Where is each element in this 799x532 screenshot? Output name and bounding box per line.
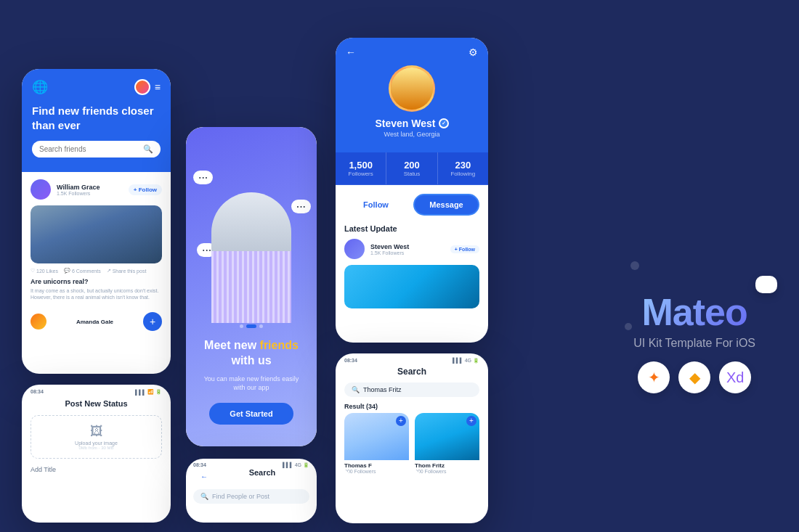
upload-icon: 🖼 [90,424,103,439]
profile-actions: Follow Message [336,185,488,224]
follow-main-button[interactable]: Follow [344,194,407,216]
friend-followers: 1.5K Followers [57,191,123,196]
card6-search-value: Thomas Fritz [363,386,402,393]
status-time: 08:34 [31,389,44,395]
footer-name: Amanda Gale [76,319,113,325]
meet-title: Meet new friends with us [198,338,305,369]
post-question: Are unicorns real? [31,278,162,285]
card5-header: ← ⚙ Steven West ✓ West land, Georgia [336,38,488,152]
footer-avatar [31,314,46,330]
meet-subtitle: You can make new friends easily with our… [198,375,305,393]
status-icons: ▌▌▌ 📶 🔋 [135,389,162,395]
back-icon[interactable]: ← [346,46,356,58]
follow-button[interactable]: + Follow [129,184,162,195]
card1-footer: Amanda Gale + [22,308,171,335]
card3-bg: • • • • • • • • • Meet new friends with … [186,127,317,446]
comments-action[interactable]: 💬6 Comments [64,268,101,274]
tool-icons: ✦ ◆ Xd [633,361,755,393]
result-followers-1: 800 Followers [344,469,409,474]
avatar-person [391,67,433,110]
latest-follow-button[interactable]: + Follow [450,245,479,253]
dot-1 [240,324,243,328]
avatar [134,79,150,95]
deco-dot-2 [625,323,632,330]
latest-title: Latest Update [344,224,479,233]
card-meet-friends: • • • • • • • • • Meet new friends with … [186,127,317,446]
card6-status: 08:34 ▌▌▌ 4G 🔋 [336,353,488,364]
person-silhouette [211,192,291,323]
get-started-button[interactable]: Get Started [209,403,293,425]
card2-title: Post New Status [22,395,171,412]
card6-time: 08:34 [344,358,357,364]
latest-row: Steven West 1.5K Followers + Follow [344,239,479,259]
card-find-friends: 🌐 ≡ Find new friends closer than ever 🔍 … [22,69,171,374]
card1-search-bar[interactable]: 🔍 [32,141,161,157]
post-image [31,205,162,263]
result-card-2: + Thom Fritz 800 Followers [415,413,479,474]
profile-name: Steven West ✓ [346,118,478,129]
latest-post-image [344,265,479,308]
branding-section: Mateo 💬 UI Kit Template For iOS ✦ ◆ Xd [633,290,755,393]
add-friend-1-button[interactable]: + [396,416,406,426]
card1-body: William Grace 1.5K Followers + Follow ♡1… [22,172,171,308]
card1-search-input[interactable] [39,145,139,153]
add-post-button[interactable]: + [143,312,162,331]
add-title-label: Add Title [22,462,171,473]
card4-back-button[interactable]: ← [193,470,215,483]
latest-sub: 1.5K Followers [370,250,445,255]
card-profile: ← ⚙ Steven West ✓ West land, Georgia 1,5… [336,38,488,343]
friend-info: William Grace 1.5K Followers [57,184,123,196]
sketch-icon: ◆ [678,361,710,393]
menu-icon: ≡ [155,81,161,93]
latest-info: Steven West 1.5K Followers [370,243,445,255]
card-post-status: 08:34 ▌▌▌ 📶 🔋 Post New Status 🖼 Upload y… [22,385,171,523]
add-friend-2-button[interactable]: + [466,416,476,426]
card3-text: Meet new friends with us You can make ne… [186,338,317,425]
chat-bubble-branding: 💬 [755,276,777,293]
deco-dot-1 [630,261,639,270]
latest-avatar [344,239,365,259]
card4-time: 08:34 [193,462,206,468]
dot-2-active [246,324,256,328]
card6-search-bar[interactable]: 🔍 Thomas Fritz [344,382,479,397]
result-card-1: + Thomas F 800 Followers [344,413,409,474]
card4-search-bar[interactable]: 🔍 Find People or Post [193,489,309,504]
card-search-results: 08:34 ▌▌▌ 4G 🔋 Search 🔍 Thomas Fritz Res… [336,353,488,523]
share-action[interactable]: ↗Share this post [107,268,147,274]
chat-bubble-1: • • • [193,171,213,184]
card6-search-icon: 🔍 [352,386,360,393]
search-icon-small: 🔍 [200,493,208,500]
card5-topbar: ← ⚙ [346,46,478,58]
kit-subtitle: UI Kit Template For iOS [633,337,755,350]
upload-box[interactable]: 🖼 Upload your image 0Mb from - 30 MB [31,415,162,459]
card6-title: Search [336,364,488,380]
friend-name: William Grace [57,184,123,191]
card4-status: 08:34 ▌▌▌ 4G 🔋 [186,459,317,468]
app-name: Mateo 💬 [633,290,755,334]
upload-text: Upload your image [75,441,118,446]
card4-search-placeholder: Find People or Post [212,493,269,500]
search-icon: 🔍 [143,144,153,154]
message-main-button[interactable]: Message [413,194,479,216]
stats-row: 1,500 Followers 200 Status 230 Following [336,152,488,185]
profile-avatar [389,65,435,112]
card1-title: Find new friends closer than ever [32,104,161,132]
likes-action[interactable]: ♡120 Likes [31,268,58,274]
result-grid: + Thomas F 800 Followers + Thom Fritz 80… [336,413,488,474]
xd-icon: Xd [719,361,751,393]
post-actions: ♡120 Likes 💬6 Comments ↗Share this post [31,268,162,274]
latest-name: Steven West [370,243,445,250]
stat-status: 200 Status [386,152,437,184]
verified-badge: ✓ [439,118,449,128]
upload-sub: 0Mb from - 30 MB [78,446,113,450]
result-count: Result (34) [336,400,488,413]
latest-section: Latest Update Steven West 1.5K Followers… [336,224,488,316]
card2-status-bar: 08:34 ▌▌▌ 📶 🔋 [22,385,171,395]
shirt-pattern [211,251,291,323]
stat-followers: 1,500 Followers [336,152,386,184]
card3-dots [240,324,263,328]
gear-icon[interactable]: ⚙ [469,46,478,58]
result-name-2: Thom Fritz [415,460,479,469]
post-image-inner [31,205,162,263]
result-name-1: Thomas F [344,460,409,469]
